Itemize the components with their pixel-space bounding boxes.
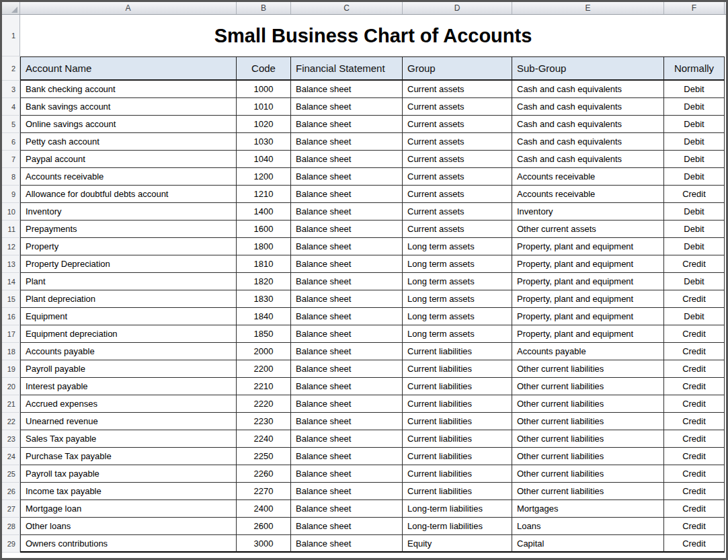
cell-D14[interactable]: Long term assets <box>403 273 512 290</box>
cell-B10[interactable]: 1400 <box>237 203 291 221</box>
cell-C23[interactable]: Balance sheet <box>291 430 403 448</box>
header-cell-group[interactable]: Group <box>403 56 512 81</box>
header-cell-account-name[interactable]: Account Name <box>20 56 237 81</box>
cell-C26[interactable]: Balance sheet <box>291 483 403 500</box>
cell-D6[interactable]: Current assets <box>403 133 512 151</box>
cell-F4[interactable]: Debit <box>664 98 725 116</box>
cell-D29[interactable]: Equity <box>403 535 512 553</box>
cell-A20[interactable]: Interest payable <box>20 378 237 395</box>
cell-E14[interactable]: Property, plant and equipment <box>512 273 664 290</box>
row-header-21[interactable]: 21 <box>2 395 20 413</box>
cell-F18[interactable]: Credit <box>664 343 725 360</box>
cell-B12[interactable]: 1800 <box>237 238 291 255</box>
cell-A25[interactable]: Payroll tax payable <box>20 465 237 483</box>
cell-C29[interactable]: Balance sheet <box>291 535 403 553</box>
cell-D12[interactable]: Long term assets <box>403 238 512 255</box>
row-header-25[interactable]: 25 <box>2 465 20 483</box>
column-header-d[interactable]: D <box>403 2 512 14</box>
cell-D10[interactable]: Current assets <box>403 203 512 221</box>
cell-A24[interactable]: Purchase Tax payable <box>20 448 237 465</box>
cell-F22[interactable]: Credit <box>664 413 725 430</box>
cell-D23[interactable]: Current liabilities <box>403 430 512 448</box>
cell-B5[interactable]: 1020 <box>237 116 291 133</box>
cell-B28[interactable]: 2600 <box>237 518 291 535</box>
cell-D16[interactable]: Long term assets <box>403 308 512 325</box>
sheet-title-cell[interactable]: Small Business Chart of Accounts <box>20 15 726 56</box>
row-header-24[interactable]: 24 <box>2 448 20 465</box>
row-header-6[interactable]: 6 <box>2 133 20 151</box>
column-header-e[interactable]: E <box>512 2 664 14</box>
cell-D7[interactable]: Current assets <box>403 151 512 168</box>
cell-A23[interactable]: Sales Tax payable <box>20 430 237 448</box>
cell-B27[interactable]: 2400 <box>237 500 291 518</box>
cell-C14[interactable]: Balance sheet <box>291 273 403 290</box>
cell-E10[interactable]: Inventory <box>512 203 664 221</box>
cell-C24[interactable]: Balance sheet <box>291 448 403 465</box>
cell-C9[interactable]: Balance sheet <box>291 186 403 203</box>
cell-D13[interactable]: Long term assets <box>403 255 512 273</box>
cell-E16[interactable]: Property, plant and equipment <box>512 308 664 325</box>
cell-C17[interactable]: Balance sheet <box>291 325 403 343</box>
cell-C25[interactable]: Balance sheet <box>291 465 403 483</box>
cell-A22[interactable]: Unearned revenue <box>20 413 237 430</box>
cell-F17[interactable]: Credit <box>664 325 725 343</box>
cell-C18[interactable]: Balance sheet <box>291 343 403 360</box>
cell-E13[interactable]: Property, plant and equipment <box>512 255 664 273</box>
cell-D9[interactable]: Current assets <box>403 186 512 203</box>
cell-C5[interactable]: Balance sheet <box>291 116 403 133</box>
cell-F8[interactable]: Debit <box>664 168 725 186</box>
cell-E22[interactable]: Other current liabilities <box>512 413 664 430</box>
cell-F10[interactable]: Debit <box>664 203 725 221</box>
cell-E20[interactable]: Other current liabilities <box>512 378 664 395</box>
cell-E6[interactable]: Cash and cash equivalents <box>512 133 664 151</box>
cell-A21[interactable]: Accrued expenses <box>20 395 237 413</box>
cell-B15[interactable]: 1830 <box>237 290 291 308</box>
cell-F28[interactable]: Credit <box>664 518 725 535</box>
cell-F11[interactable]: Debit <box>664 221 725 238</box>
row-header-29[interactable]: 29 <box>2 535 20 553</box>
cell-A16[interactable]: Equipment <box>20 308 237 325</box>
cell-E17[interactable]: Property, plant and equipment <box>512 325 664 343</box>
cell-E8[interactable]: Accounts receivable <box>512 168 664 186</box>
cell-B13[interactable]: 1810 <box>237 255 291 273</box>
cell-F3[interactable]: Debit <box>664 81 725 98</box>
cell-A3[interactable]: Bank checking account <box>20 81 237 98</box>
cell-D25[interactable]: Current liabilities <box>403 465 512 483</box>
row-header-26[interactable]: 26 <box>2 483 20 500</box>
header-cell-financial-statement[interactable]: Financial Statement <box>291 56 403 81</box>
row-header-4[interactable]: 4 <box>2 98 20 116</box>
cell-A26[interactable]: Income tax payable <box>20 483 237 500</box>
row-header-14[interactable]: 14 <box>2 273 20 290</box>
cell-C28[interactable]: Balance sheet <box>291 518 403 535</box>
cell-A27[interactable]: Mortgage loan <box>20 500 237 518</box>
row-header-20[interactable]: 20 <box>2 378 20 395</box>
cell-A5[interactable]: Online savings account <box>20 116 237 133</box>
row-header-10[interactable]: 10 <box>2 203 20 221</box>
column-header-c[interactable]: C <box>291 2 403 14</box>
cell-C19[interactable]: Balance sheet <box>291 360 403 378</box>
cell-E15[interactable]: Property, plant and equipment <box>512 290 664 308</box>
cell-A17[interactable]: Equipment depreciation <box>20 325 237 343</box>
cell-D4[interactable]: Current assets <box>403 98 512 116</box>
cell-E26[interactable]: Other current liabilities <box>512 483 664 500</box>
cell-F9[interactable]: Credit <box>664 186 725 203</box>
cell-A28[interactable]: Other loans <box>20 518 237 535</box>
cell-F12[interactable]: Debit <box>664 238 725 255</box>
cell-C7[interactable]: Balance sheet <box>291 151 403 168</box>
cell-C16[interactable]: Balance sheet <box>291 308 403 325</box>
select-all-corner[interactable] <box>2 2 20 14</box>
cell-C3[interactable]: Balance sheet <box>291 81 403 98</box>
cell-D21[interactable]: Current liabilities <box>403 395 512 413</box>
cell-B19[interactable]: 2200 <box>237 360 291 378</box>
cell-D28[interactable]: Long-term liabilities <box>403 518 512 535</box>
cell-C10[interactable]: Balance sheet <box>291 203 403 221</box>
cell-A7[interactable]: Paypal account <box>20 151 237 168</box>
row-header-28[interactable]: 28 <box>2 518 20 535</box>
cell-E29[interactable]: Capital <box>512 535 664 553</box>
cell-E25[interactable]: Other current liabilities <box>512 465 664 483</box>
cell-A19[interactable]: Payroll payable <box>20 360 237 378</box>
cell-E23[interactable]: Other current liabilities <box>512 430 664 448</box>
cell-F23[interactable]: Credit <box>664 430 725 448</box>
cell-F15[interactable]: Credit <box>664 290 725 308</box>
cell-F6[interactable]: Debit <box>664 133 725 151</box>
